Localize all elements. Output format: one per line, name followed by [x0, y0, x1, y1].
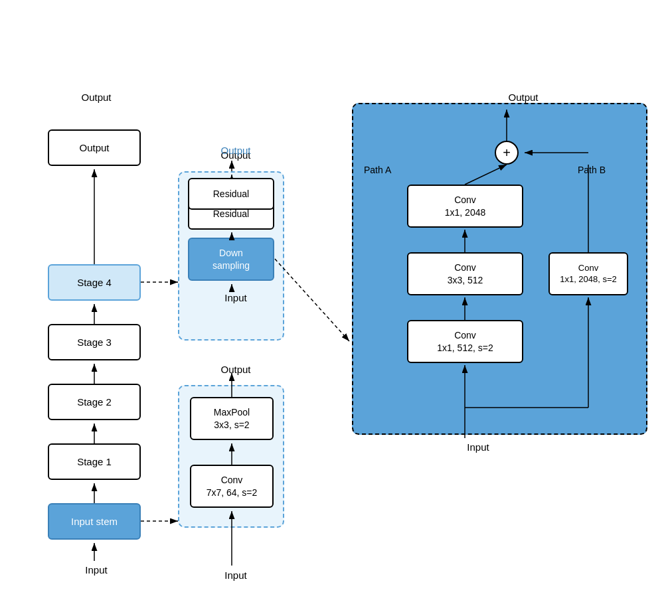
stage3-box: Stage 3 — [48, 324, 141, 360]
conv-1x1-2048-s2-box: Conv1x1, 2048, s=2 — [548, 252, 628, 295]
conv-3x3-512-box: Conv3x3, 512 — [407, 252, 523, 295]
conv-1x1-512-s2-box: Conv1x1, 512, s=2 — [407, 320, 523, 363]
conv-1x1-2048-box: Conv1x1, 2048 — [407, 185, 523, 228]
col3-output-label: Output — [497, 92, 550, 103]
col1-output-box: Output — [48, 129, 141, 166]
maxpool-box: MaxPool3x3, s=2 — [190, 397, 274, 440]
col2t-output-label-colored: Output — [206, 145, 266, 156]
residual2-box: Residual — [188, 178, 274, 210]
svg-line-17 — [275, 259, 349, 341]
stage2-box: Stage 2 — [48, 384, 141, 420]
input-stem-box: Input stem — [48, 503, 141, 540]
plus-circle: + — [495, 141, 519, 165]
path-b-label: Path B — [578, 165, 606, 175]
col1-output-label: Output — [70, 92, 123, 103]
col3-input-label: Input — [452, 441, 505, 453]
stage1-box: Stage 1 — [48, 443, 141, 480]
down-sampling-box: Downsampling — [188, 238, 274, 281]
col2b-output-label: Output — [209, 364, 262, 375]
col2t-input-label: Input — [209, 292, 262, 303]
path-a-label: Path A — [364, 165, 391, 175]
col1-input-label: Input — [70, 564, 123, 576]
conv-7x7-box: Conv7x7, 64, s=2 — [190, 465, 274, 508]
stage4-box: Stage 4 — [48, 264, 141, 301]
col2b-input-label: Input — [209, 570, 262, 581]
